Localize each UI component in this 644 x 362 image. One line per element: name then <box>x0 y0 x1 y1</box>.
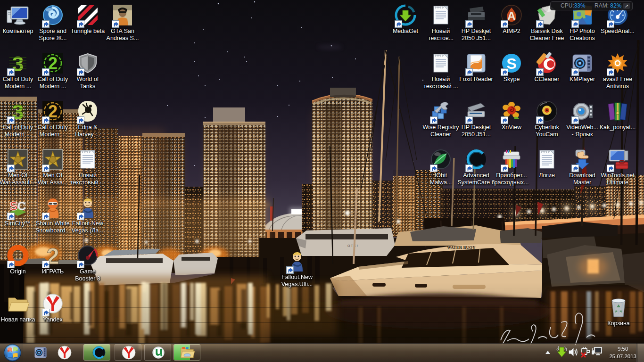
svg-text:C: C <box>17 199 26 213</box>
svg-text:A: A <box>507 9 515 22</box>
svg-text:WATER BUOY: WATER BUOY <box>447 245 476 250</box>
svg-text:O T E !: O T E ! <box>347 244 358 247</box>
svg-text:S: S <box>9 199 17 213</box>
